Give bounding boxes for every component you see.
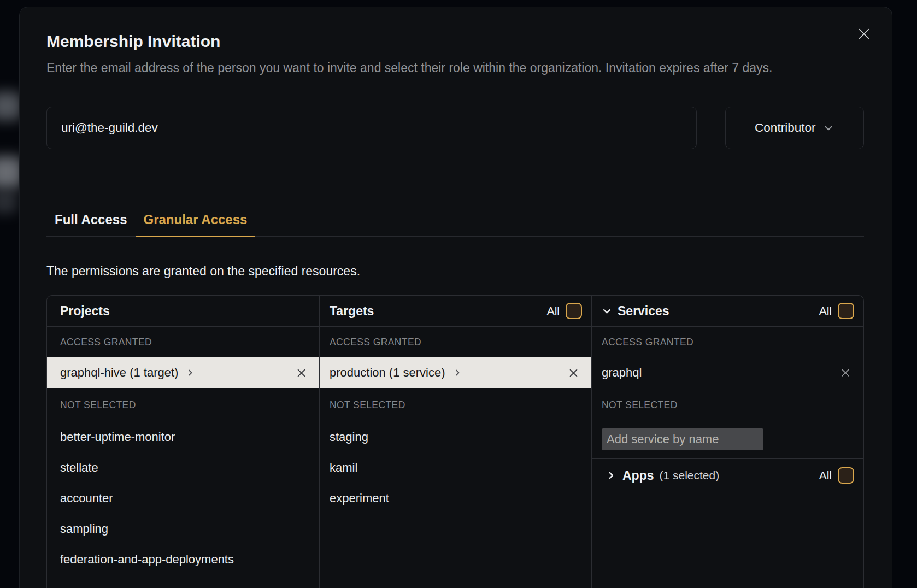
remove-icon[interactable] — [839, 367, 851, 379]
project-item[interactable]: sampling — [47, 514, 319, 544]
resources-table: Projects ACCESS GRANTED graphql-hive (1 … — [46, 295, 864, 588]
target-selected-row[interactable]: production (1 service) — [320, 357, 591, 388]
chevron-right-icon — [453, 368, 462, 377]
apps-section-row[interactable]: Apps (1 selected) All — [592, 459, 863, 492]
service-granted-row[interactable]: graphql — [592, 357, 863, 388]
apps-all-checkbox[interactable] — [838, 467, 854, 484]
access-granted-label: ACCESS GRANTED — [592, 327, 863, 357]
remove-icon[interactable] — [568, 367, 579, 379]
target-item[interactable]: experiment — [320, 483, 591, 514]
project-item[interactable]: stellate — [47, 452, 319, 483]
not-selected-label: NOT SELECTED — [592, 388, 863, 422]
access-granted-label: ACCESS GRANTED — [320, 327, 591, 357]
project-item[interactable]: better-uptime-monitor — [47, 422, 319, 452]
role-select[interactable]: Contributor — [725, 107, 864, 149]
targets-header-label: Targets — [330, 304, 374, 319]
services-all-checkbox[interactable] — [838, 303, 854, 319]
chevron-right-icon — [606, 471, 616, 480]
tab-granular-access[interactable]: Granular Access — [136, 212, 256, 237]
services-column: Services All ACCESS GRANTED graphql NOT … — [591, 296, 863, 588]
access-tabs: Full Access Granular Access — [46, 212, 864, 237]
projects-header: Projects — [47, 296, 319, 327]
close-button[interactable] — [856, 26, 872, 42]
permissions-note: The permissions are granted on the speci… — [46, 264, 864, 279]
remove-icon[interactable] — [296, 367, 307, 379]
background-blur-shape — [0, 92, 22, 120]
role-select-value: Contributor — [755, 121, 815, 135]
target-selected-label: production (1 service) — [330, 366, 445, 380]
target-item[interactable]: staging — [320, 422, 591, 452]
targets-all-label: All — [547, 304, 560, 317]
services-header[interactable]: Services All — [592, 296, 863, 327]
add-service-input[interactable] — [602, 428, 763, 450]
targets-header: Targets All — [320, 296, 591, 327]
targets-column: Targets All ACCESS GRANTED production (1… — [319, 296, 591, 588]
close-icon — [857, 27, 871, 41]
not-selected-label: NOT SELECTED — [47, 388, 319, 422]
targets-all-checkbox[interactable] — [566, 303, 582, 319]
apps-selected-count: (1 selected) — [660, 469, 720, 482]
project-item[interactable]: accounter — [47, 483, 319, 514]
projects-column: Projects ACCESS GRANTED graphql-hive (1 … — [47, 296, 319, 588]
projects-header-label: Projects — [60, 304, 110, 319]
membership-invitation-dialog: Membership Invitation Enter the email ad… — [19, 7, 892, 588]
chevron-down-icon — [602, 306, 612, 316]
service-granted-label: graphql — [602, 366, 642, 380]
dialog-title: Membership Invitation — [46, 31, 864, 52]
apps-label: Apps — [622, 468, 654, 483]
project-selected-label: graphql-hive (1 target) — [60, 366, 178, 380]
background-blur-shape — [0, 191, 17, 213]
target-item[interactable]: kamil — [320, 452, 591, 483]
tab-full-access[interactable]: Full Access — [46, 212, 136, 236]
invite-row: Contributor — [46, 107, 864, 149]
not-selected-label: NOT SELECTED — [320, 388, 591, 422]
chevron-right-icon — [186, 368, 195, 377]
dialog-description: Enter the email address of the person yo… — [46, 58, 864, 78]
chevron-down-icon — [823, 122, 834, 133]
services-all-label: All — [819, 304, 832, 317]
services-header-label: Services — [618, 304, 669, 319]
email-input[interactable] — [46, 107, 697, 149]
project-selected-row[interactable]: graphql-hive (1 target) — [47, 357, 319, 388]
apps-all-label: All — [819, 469, 832, 482]
project-item[interactable]: federation-and-app-deployments — [47, 544, 319, 575]
access-granted-label: ACCESS GRANTED — [47, 327, 319, 357]
